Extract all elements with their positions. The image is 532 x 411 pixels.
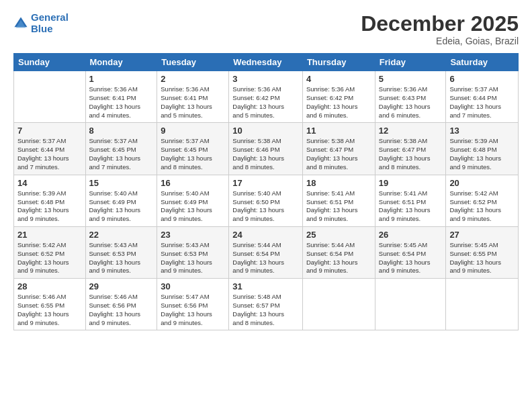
day-number: 24: [232, 230, 299, 240]
calendar-day-header: Friday: [375, 54, 446, 71]
day-number: 30: [161, 281, 225, 291]
calendar-week-row: 14Sunrise: 5:39 AM Sunset: 6:48 PM Dayli…: [14, 175, 519, 226]
day-number: 2: [161, 74, 225, 84]
page: General Blue December 2025 Edeia, Goias,…: [0, 0, 532, 411]
calendar-cell: 18Sunrise: 5:41 AM Sunset: 6:51 PM Dayli…: [302, 175, 375, 226]
title-block: December 2025 Edeia, Goias, Brazil: [361, 12, 519, 46]
day-info: Sunrise: 5:46 AM Sunset: 6:55 PM Dayligh…: [17, 293, 82, 327]
day-info: Sunrise: 5:40 AM Sunset: 6:50 PM Dayligh…: [232, 189, 299, 224]
day-number: 16: [161, 178, 225, 188]
calendar-cell: 19Sunrise: 5:41 AM Sunset: 6:51 PM Dayli…: [375, 175, 446, 226]
day-number: 22: [89, 230, 154, 240]
calendar-cell: 5Sunrise: 5:36 AM Sunset: 6:43 PM Daylig…: [375, 71, 446, 123]
calendar-week-row: 1Sunrise: 5:36 AM Sunset: 6:41 PM Daylig…: [14, 71, 519, 123]
calendar-cell: 3Sunrise: 5:36 AM Sunset: 6:42 PM Daylig…: [229, 71, 303, 123]
calendar-cell: 13Sunrise: 5:39 AM Sunset: 6:48 PM Dayli…: [446, 123, 519, 175]
calendar-cell: 23Sunrise: 5:43 AM Sunset: 6:53 PM Dayli…: [157, 226, 229, 278]
day-number: 15: [89, 178, 154, 188]
day-number: 18: [306, 178, 371, 188]
day-number: 17: [232, 178, 299, 188]
day-number: 23: [161, 230, 225, 240]
calendar-cell: 21Sunrise: 5:42 AM Sunset: 6:52 PM Dayli…: [14, 226, 86, 278]
calendar-cell: 27Sunrise: 5:45 AM Sunset: 6:55 PM Dayli…: [446, 226, 519, 278]
calendar-cell: 9Sunrise: 5:37 AM Sunset: 6:45 PM Daylig…: [157, 123, 229, 175]
calendar-cell: 25Sunrise: 5:44 AM Sunset: 6:54 PM Dayli…: [302, 226, 375, 278]
day-info: Sunrise: 5:42 AM Sunset: 6:52 PM Dayligh…: [449, 189, 515, 224]
calendar-cell: 10Sunrise: 5:38 AM Sunset: 6:46 PM Dayli…: [229, 123, 303, 175]
main-title: December 2025: [361, 12, 519, 36]
calendar-cell: 12Sunrise: 5:38 AM Sunset: 6:47 PM Dayli…: [375, 123, 446, 175]
day-info: Sunrise: 5:39 AM Sunset: 6:48 PM Dayligh…: [449, 137, 515, 171]
day-number: 27: [449, 230, 515, 240]
logo-icon: [13, 16, 28, 31]
calendar-day-header: Wednesday: [229, 54, 303, 71]
calendar-header-row: SundayMondayTuesdayWednesdayThursdayFrid…: [14, 54, 519, 71]
calendar-week-row: 28Sunrise: 5:46 AM Sunset: 6:55 PM Dayli…: [14, 279, 519, 330]
day-info: Sunrise: 5:47 AM Sunset: 6:56 PM Dayligh…: [161, 293, 225, 327]
day-info: Sunrise: 5:37 AM Sunset: 6:45 PM Dayligh…: [161, 137, 225, 171]
day-info: Sunrise: 5:45 AM Sunset: 6:55 PM Dayligh…: [449, 241, 515, 275]
day-number: 31: [232, 281, 299, 291]
calendar-week-row: 21Sunrise: 5:42 AM Sunset: 6:52 PM Dayli…: [14, 226, 519, 278]
calendar-cell: 28Sunrise: 5:46 AM Sunset: 6:55 PM Dayli…: [14, 279, 86, 330]
day-info: Sunrise: 5:43 AM Sunset: 6:53 PM Dayligh…: [161, 241, 225, 275]
calendar-cell: 8Sunrise: 5:37 AM Sunset: 6:45 PM Daylig…: [85, 123, 157, 175]
calendar-cell: 2Sunrise: 5:36 AM Sunset: 6:41 PM Daylig…: [157, 71, 229, 123]
header: General Blue December 2025 Edeia, Goias,…: [13, 12, 519, 46]
day-number: 5: [379, 74, 443, 84]
day-number: 20: [449, 178, 515, 188]
day-number: 7: [17, 126, 82, 136]
calendar-cell: [446, 279, 519, 330]
day-number: 29: [89, 281, 154, 291]
calendar-cell: 26Sunrise: 5:45 AM Sunset: 6:54 PM Dayli…: [375, 226, 446, 278]
calendar-cell: 30Sunrise: 5:47 AM Sunset: 6:56 PM Dayli…: [157, 279, 229, 330]
calendar-cell: [375, 279, 446, 330]
day-number: 25: [306, 230, 371, 240]
calendar-cell: 20Sunrise: 5:42 AM Sunset: 6:52 PM Dayli…: [446, 175, 519, 226]
day-number: 4: [306, 74, 371, 84]
day-number: 3: [232, 74, 299, 84]
day-info: Sunrise: 5:38 AM Sunset: 6:46 PM Dayligh…: [232, 137, 299, 171]
logo: General Blue: [13, 12, 69, 34]
day-info: Sunrise: 5:36 AM Sunset: 6:43 PM Dayligh…: [379, 85, 443, 120]
day-info: Sunrise: 5:43 AM Sunset: 6:53 PM Dayligh…: [89, 241, 154, 275]
day-info: Sunrise: 5:38 AM Sunset: 6:47 PM Dayligh…: [379, 137, 443, 171]
day-number: 13: [449, 126, 515, 136]
day-number: 14: [17, 178, 82, 188]
day-info: Sunrise: 5:37 AM Sunset: 6:44 PM Dayligh…: [449, 85, 515, 120]
calendar-cell: 29Sunrise: 5:46 AM Sunset: 6:56 PM Dayli…: [85, 279, 157, 330]
calendar-cell: 15Sunrise: 5:40 AM Sunset: 6:49 PM Dayli…: [85, 175, 157, 226]
day-number: 19: [379, 178, 443, 188]
sub-title: Edeia, Goias, Brazil: [361, 36, 519, 46]
day-number: 9: [161, 126, 225, 136]
calendar-day-header: Monday: [85, 54, 157, 71]
day-number: 12: [379, 126, 443, 136]
day-info: Sunrise: 5:48 AM Sunset: 6:57 PM Dayligh…: [232, 293, 299, 327]
day-info: Sunrise: 5:42 AM Sunset: 6:52 PM Dayligh…: [17, 241, 82, 275]
calendar-cell: 4Sunrise: 5:36 AM Sunset: 6:42 PM Daylig…: [302, 71, 375, 123]
day-number: 8: [89, 126, 154, 136]
day-info: Sunrise: 5:36 AM Sunset: 6:42 PM Dayligh…: [306, 85, 371, 120]
calendar-cell: [302, 279, 375, 330]
day-number: 11: [306, 126, 371, 136]
calendar-cell: 22Sunrise: 5:43 AM Sunset: 6:53 PM Dayli…: [85, 226, 157, 278]
calendar-cell: 31Sunrise: 5:48 AM Sunset: 6:57 PM Dayli…: [229, 279, 303, 330]
calendar-cell: 17Sunrise: 5:40 AM Sunset: 6:50 PM Dayli…: [229, 175, 303, 226]
calendar-day-header: Sunday: [14, 54, 86, 71]
calendar-cell: 6Sunrise: 5:37 AM Sunset: 6:44 PM Daylig…: [446, 71, 519, 123]
calendar-cell: [14, 71, 86, 123]
day-number: 28: [17, 281, 82, 291]
calendar-day-header: Saturday: [446, 54, 519, 71]
logo-text: General Blue: [31, 12, 69, 34]
day-info: Sunrise: 5:36 AM Sunset: 6:41 PM Dayligh…: [161, 85, 225, 120]
calendar-week-row: 7Sunrise: 5:37 AM Sunset: 6:44 PM Daylig…: [14, 123, 519, 175]
day-info: Sunrise: 5:44 AM Sunset: 6:54 PM Dayligh…: [306, 241, 371, 275]
day-info: Sunrise: 5:36 AM Sunset: 6:41 PM Dayligh…: [89, 85, 154, 120]
day-info: Sunrise: 5:37 AM Sunset: 6:44 PM Dayligh…: [17, 137, 82, 171]
calendar-cell: 16Sunrise: 5:40 AM Sunset: 6:49 PM Dayli…: [157, 175, 229, 226]
calendar-cell: 14Sunrise: 5:39 AM Sunset: 6:48 PM Dayli…: [14, 175, 86, 226]
day-info: Sunrise: 5:45 AM Sunset: 6:54 PM Dayligh…: [379, 241, 443, 275]
day-number: 26: [379, 230, 443, 240]
day-info: Sunrise: 5:40 AM Sunset: 6:49 PM Dayligh…: [161, 189, 225, 224]
calendar-cell: 11Sunrise: 5:38 AM Sunset: 6:47 PM Dayli…: [302, 123, 375, 175]
